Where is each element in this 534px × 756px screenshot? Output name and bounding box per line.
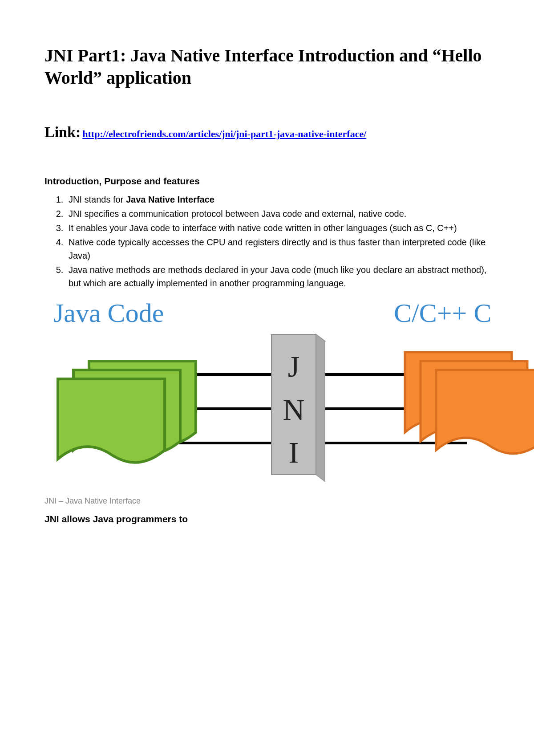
jni-allows-heading: JNI allows Java programmers to (44, 514, 490, 524)
jni-box-icon: J N I (271, 334, 325, 481)
diagram-java-label: Java Code (53, 299, 164, 328)
page-title: JNI Part1: Java Native Interface Introdu… (44, 45, 490, 89)
intro-heading: Introduction, Purpose and features (44, 176, 490, 187)
list-text: JNI specifies a communication protocol b… (69, 209, 406, 219)
list-item: Native code typically accesses the CPU a… (66, 236, 490, 262)
diagram-caption: JNI – Java Native Interface (44, 496, 490, 506)
list-item: JNI stands for Java Native Interface (66, 193, 490, 206)
cpp-code-icon (405, 352, 534, 454)
list-item: JNI specifies a communication protocol b… (66, 207, 490, 220)
link-label: Link: (44, 124, 81, 140)
jni-letter: N (283, 393, 304, 427)
list-text: It enables your Java code to interface w… (69, 223, 457, 233)
java-code-icon (58, 361, 196, 463)
jni-letter: I (289, 435, 299, 469)
list-text: Java native methods are methods declared… (69, 265, 486, 288)
list-text: Native code typically accesses the CPU a… (69, 237, 485, 260)
list-item: Java native methods are methods declared… (66, 263, 490, 290)
link-row: Link: http://electrofriends.com/articles… (44, 116, 490, 149)
jni-diagram: Java Code C/C++ C (36, 299, 534, 490)
intro-list: JNI stands for Java Native Interface JNI… (44, 193, 490, 290)
article-link[interactable]: http://electrofriends.com/articles/jni/j… (82, 128, 366, 139)
jni-letter: J (288, 350, 299, 383)
list-item: It enables your Java code to interface w… (66, 221, 490, 235)
svg-marker-1 (316, 334, 325, 481)
diagram-cpp-label: C/C++ C (394, 299, 491, 328)
list-bold: Java Native Interface (126, 195, 214, 204)
list-text: JNI stands for (69, 195, 126, 204)
